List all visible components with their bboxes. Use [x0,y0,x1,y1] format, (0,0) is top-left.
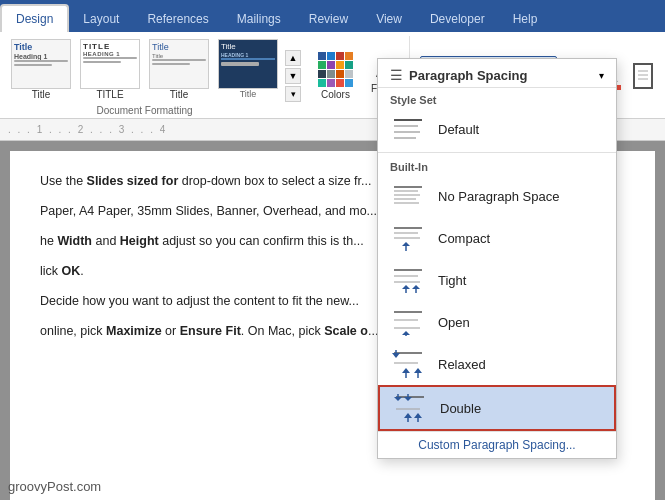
open-icon [390,308,426,336]
style-swatch-4[interactable]: Title HEADING 1 Title [215,36,281,103]
colors-label: Colors [321,89,350,100]
tab-developer[interactable]: Developer [416,6,499,32]
tab-view[interactable]: View [362,6,416,32]
style-swatch-2[interactable]: TITLE HEADING 1 TITLE [77,36,143,103]
tab-layout[interactable]: Layout [69,6,133,32]
tight-label: Tight [438,273,466,288]
svg-marker-49 [414,413,422,418]
dropdown-spacing-icon: ☰ [390,67,403,83]
svg-marker-53 [404,397,412,401]
svg-marker-30 [412,285,420,289]
tab-bar: Design Layout References Mailings Review… [0,0,665,32]
svg-marker-51 [394,397,402,401]
built-in-section-title: Built-In [378,155,616,175]
page-borders-icon [632,62,654,90]
compact-icon [390,224,426,252]
relaxed-label: Relaxed [438,357,486,372]
style-items-row: Title Heading 1 Title TITLE HEADING 1 TI… [8,36,281,103]
scroll-up-btn[interactable]: ▲ [285,50,301,66]
svg-marker-47 [404,413,412,418]
watermark-text: groovyPost.com [8,479,101,494]
dropdown-item-open[interactable]: Open [378,301,616,343]
colors-button[interactable]: Colors [311,49,360,103]
dropdown-item-relaxed[interactable]: Relaxed [378,343,616,385]
tab-mailings[interactable]: Mailings [223,6,295,32]
tab-help[interactable]: Help [499,6,552,32]
style-swatch-3[interactable]: Title Title Title [146,36,212,103]
tab-review[interactable]: Review [295,6,362,32]
svg-marker-41 [414,368,422,373]
relaxed-icon [390,350,426,378]
custom-paragraph-spacing-link[interactable]: Custom Paragraph Spacing... [378,431,616,458]
divider-1 [378,152,616,153]
style-swatch-1[interactable]: Title Heading 1 Title [8,36,74,103]
scroll-expand-btn[interactable]: ▾ [285,86,301,102]
style-set-section-title: Style Set [378,88,616,108]
color-grid [318,52,353,87]
open-label: Open [438,315,470,330]
default-label: Default [438,122,479,137]
no-para-space-icon [390,182,426,210]
scroll-arrows: ▲ ▼ ▾ [285,36,301,116]
no-para-space-label: No Paragraph Space [438,189,559,204]
svg-marker-28 [402,285,410,289]
double-icon [392,394,428,422]
scroll-down-btn[interactable]: ▼ [285,68,301,84]
svg-marker-39 [402,368,410,373]
tab-references[interactable]: References [133,6,222,32]
tab-design[interactable]: Design [0,4,69,32]
default-spacing-icon [390,115,426,143]
svg-marker-23 [402,242,410,246]
compact-label: Compact [438,231,490,246]
svg-marker-43 [392,353,400,358]
svg-rect-7 [634,64,652,88]
dropdown-item-compact[interactable]: Compact [378,217,616,259]
dropdown-header-label: Paragraph Spacing [409,68,527,83]
svg-marker-35 [402,331,410,335]
dropdown-item-double[interactable]: Double [378,385,616,431]
page-borders-button[interactable] [629,56,657,96]
group-label-doc-format: Document Formatting [96,105,192,116]
dropdown-item-tight[interactable]: Tight [378,259,616,301]
double-label: Double [440,401,481,416]
dropdown-item-no-para-space[interactable]: No Paragraph Space [378,175,616,217]
tight-icon [390,266,426,294]
style-scroll-area: Title Heading 1 Title TITLE HEADING 1 TI… [8,36,281,116]
dropdown-item-default[interactable]: Default [378,108,616,150]
paragraph-spacing-dropdown: ☰ Paragraph Spacing ▾ Style Set Default … [377,58,617,459]
ribbon-tabs: Design Layout References Mailings Review… [0,0,665,32]
dropdown-chevron-icon: ▾ [599,70,604,81]
